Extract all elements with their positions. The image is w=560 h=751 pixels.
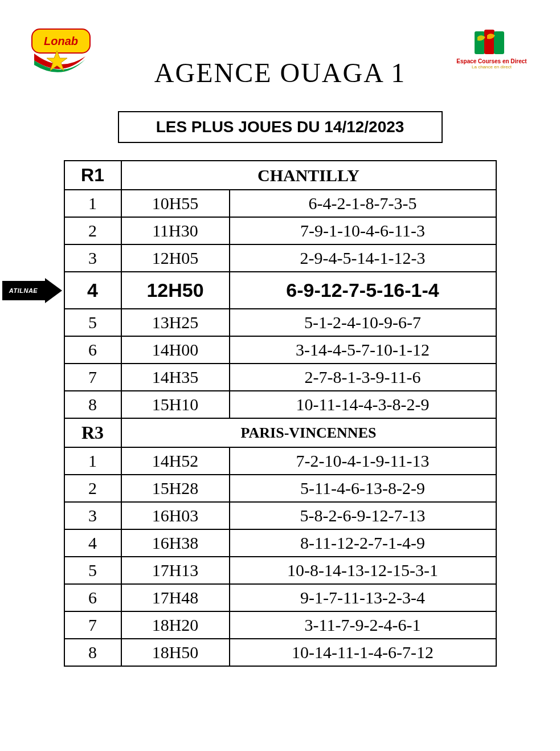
race-time: 18H50 [121, 639, 230, 666]
table-wrap: R1CHANTILLY110H556-4-2-1-8-7-3-5211H307-… [64, 160, 497, 667]
table-row: 513H255-1-2-4-10-9-6-7 [64, 309, 496, 336]
table-row: 517H1310-8-14-13-12-15-3-1 [64, 557, 496, 584]
race-time: 16H38 [121, 529, 230, 557]
race-picks: 2-7-8-1-3-9-11-6 [230, 364, 496, 391]
race-picks: 10-8-14-13-12-15-3-1 [230, 557, 496, 584]
race-picks: 8-11-12-2-7-1-4-9 [230, 529, 496, 557]
race-number: 3 [64, 502, 121, 529]
race-picks: 6-9-12-7-5-16-1-4 [230, 272, 496, 309]
race-time: 12H05 [121, 244, 230, 272]
race-time: 10H55 [121, 190, 230, 217]
table-row: 718H203-11-7-9-2-4-6-1 [64, 611, 496, 639]
race-number: 2 [64, 475, 121, 502]
logo-right-line2: La chance en direct [455, 64, 529, 70]
race-time: 14H35 [121, 364, 230, 391]
race-time: 18H20 [121, 611, 230, 639]
table-row: 110H556-4-2-1-8-7-3-5 [64, 190, 496, 217]
race-time: 14H00 [121, 336, 230, 364]
race-number: 4ATILNAE [64, 272, 121, 309]
race-time: 17H48 [121, 584, 230, 611]
arrow-label: ATILNAE [2, 281, 45, 300]
section-name: CHANTILLY [121, 161, 496, 190]
table-row: 4ATILNAE12H506-9-12-7-5-16-1-4 [64, 272, 496, 309]
race-number: 1 [64, 190, 121, 217]
lonab-swoosh-icon [31, 48, 88, 76]
race-time: 17H13 [121, 557, 230, 584]
logo-right-line1: Espace Courses en Direct [455, 58, 529, 64]
race-number: 6 [64, 336, 121, 364]
table-row: 316H035-8-2-6-9-12-7-13 [64, 502, 496, 529]
table-row: 815H1010-11-14-4-3-8-2-9 [64, 391, 496, 418]
logo-ecd: Espace Courses en Direct La chance en di… [455, 28, 529, 85]
arrow-head-icon [45, 278, 62, 303]
race-number: 7 [64, 611, 121, 639]
table-row: 818H5010-14-11-1-4-6-7-12 [64, 639, 496, 666]
subtitle: LES PLUS JOUES DU 14/12/2023 [118, 111, 443, 143]
table-row: 211H307-9-1-10-4-6-11-3 [64, 217, 496, 244]
table-row: 114H527-2-10-4-1-9-11-13 [64, 447, 496, 475]
race-picks: 5-8-2-6-9-12-7-13 [230, 502, 496, 529]
race-time: 15H10 [121, 391, 230, 418]
picks-table: R1CHANTILLY110H556-4-2-1-8-7-3-5211H307-… [64, 160, 497, 667]
section-header-row: R1CHANTILLY [64, 161, 496, 190]
table-row: 714H352-7-8-1-3-9-11-6 [64, 364, 496, 391]
race-picks: 5-11-4-6-13-8-2-9 [230, 475, 496, 502]
race-picks: 9-1-7-11-13-2-3-4 [230, 584, 496, 611]
race-picks: 10-11-14-4-3-8-2-9 [230, 391, 496, 418]
table-row: 416H388-11-12-2-7-1-4-9 [64, 529, 496, 557]
section-code: R1 [64, 161, 121, 190]
svg-rect-2 [484, 30, 494, 54]
race-number: 2 [64, 217, 121, 244]
table-row: 312H052-9-4-5-14-1-12-3 [64, 244, 496, 272]
race-picks: 3-14-4-5-7-10-1-12 [230, 336, 496, 364]
race-number: 7 [64, 364, 121, 391]
lonab-text: Lonab [44, 35, 78, 48]
race-time: 12H50 [121, 272, 230, 309]
race-number: 4 [64, 529, 121, 557]
section-code: R3 [64, 418, 121, 447]
svg-rect-3 [494, 31, 504, 54]
race-number: 8 [64, 391, 121, 418]
svg-rect-1 [475, 31, 485, 54]
page: Lonab Espace Courses en Direct La chance… [0, 0, 560, 701]
race-number: 3 [64, 244, 121, 272]
race-number: 1 [64, 447, 121, 475]
race-number: 6 [64, 584, 121, 611]
race-time: 14H52 [121, 447, 230, 475]
race-picks: 5-1-2-4-10-9-6-7 [230, 309, 496, 336]
race-time: 16H03 [121, 502, 230, 529]
race-picks: 3-11-7-9-2-4-6-1 [230, 611, 496, 639]
highlight-arrow-icon: ATILNAE [2, 278, 65, 303]
section-name: PARIS-VINCENNES [121, 418, 496, 447]
flags-icon [472, 28, 512, 57]
race-time: 11H30 [121, 217, 230, 244]
race-time: 13H25 [121, 309, 230, 336]
race-picks: 7-2-10-4-1-9-11-13 [230, 447, 496, 475]
table-row: 617H489-1-7-11-13-2-3-4 [64, 584, 496, 611]
race-picks: 6-4-2-1-8-7-3-5 [230, 190, 496, 217]
logo-lonab: Lonab [31, 28, 88, 80]
race-picks: 2-9-4-5-14-1-12-3 [230, 244, 496, 272]
race-number: 8 [64, 639, 121, 666]
race-number: 5 [64, 557, 121, 584]
table-row: 614H003-14-4-5-7-10-1-12 [64, 336, 496, 364]
race-picks: 10-14-11-1-4-6-7-12 [230, 639, 496, 666]
section-header-row: R3PARIS-VINCENNES [64, 418, 496, 447]
race-number: 5 [64, 309, 121, 336]
race-picks: 7-9-1-10-4-6-11-3 [230, 217, 496, 244]
table-row: 215H285-11-4-6-13-8-2-9 [64, 475, 496, 502]
race-time: 15H28 [121, 475, 230, 502]
